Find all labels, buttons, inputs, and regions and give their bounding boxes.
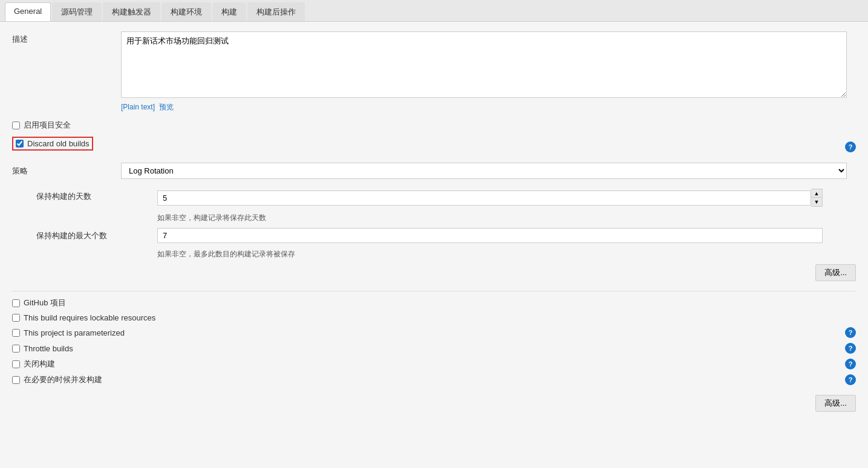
concurrent-build-help-icon[interactable]: ?	[845, 374, 856, 385]
enable-security-label: 启用项目安全	[24, 120, 71, 131]
tab-bar: General 源码管理 构建触发器 构建环境 构建 构建后操作	[0, 0, 868, 22]
advanced-button-2[interactable]: 高级...	[815, 395, 856, 412]
plain-text-link[interactable]: [Plain text]	[121, 103, 155, 111]
days-down-btn[interactable]: ▼	[811, 198, 822, 206]
description-row: 描述 [Plain text] 预览	[12, 31, 856, 112]
max-builds-hint: 如果非空，最多此数目的构建记录将被保存	[12, 249, 856, 259]
tab-build[interactable]: 构建	[212, 2, 246, 21]
advanced-btn-wrap-1: 高级...	[12, 264, 856, 281]
max-builds-row: 保持构建的最大个数	[12, 228, 856, 243]
discard-old-builds-label: Discard old builds	[27, 139, 90, 148]
throttle-help-icon[interactable]: ?	[845, 343, 856, 354]
github-project-row: GitHub 项目	[12, 297, 856, 308]
enable-security-row: 启用项目安全	[12, 120, 856, 131]
discard-old-builds-checkbox[interactable]	[16, 140, 24, 148]
days-row: 保持构建的天数 ▲ ▼	[12, 189, 856, 207]
days-hint: 如果非空，构建记录将保存此天数	[12, 213, 856, 223]
preview-link[interactable]: 预览	[159, 103, 174, 111]
max-builds-input[interactable]	[157, 228, 823, 243]
strategy-label: 策略	[12, 166, 121, 177]
advanced-btn-wrap-2: 高级...	[12, 395, 856, 412]
tab-post[interactable]: 构建后操作	[247, 2, 305, 21]
description-label: 描述	[12, 31, 121, 45]
disable-build-help-icon[interactable]: ?	[845, 359, 856, 369]
days-up-btn[interactable]: ▲	[811, 189, 822, 198]
parameterized-help-icon[interactable]: ?	[845, 327, 856, 338]
throttle-builds-row: Throttle builds ?	[12, 343, 856, 354]
concurrent-build-row: 在必要的时候并发构建 ?	[12, 374, 856, 385]
advanced-button-1[interactable]: 高级...	[815, 264, 856, 281]
parameterized-label: This project is parameterized	[24, 328, 125, 337]
days-input[interactable]	[157, 190, 811, 206]
main-content: 描述 [Plain text] 预览 启用项目安全 Discard old bu…	[0, 22, 868, 468]
disable-build-checkbox[interactable]	[12, 360, 20, 368]
discard-old-builds-section: Discard old builds	[12, 137, 93, 151]
days-spinner: ▲ ▼	[811, 189, 823, 207]
parameterized-checkbox[interactable]	[12, 329, 20, 337]
throttle-builds-checkbox[interactable]	[12, 345, 20, 353]
description-input[interactable]	[121, 31, 847, 98]
parameterized-row: This project is parameterized ?	[12, 327, 856, 338]
tab-trigger[interactable]: 构建触发器	[103, 2, 160, 21]
enable-security-checkbox[interactable]	[12, 122, 20, 129]
days-input-wrap: ▲ ▼	[157, 189, 856, 207]
concurrent-build-checkbox[interactable]	[12, 376, 20, 384]
github-project-checkbox[interactable]	[12, 299, 20, 307]
disable-build-label: 关闭构建	[24, 359, 55, 369]
plain-text-row: [Plain text] 预览	[121, 102, 856, 112]
max-builds-label: 保持构建的最大个数	[36, 228, 157, 241]
days-label: 保持构建的天数	[36, 189, 157, 202]
lockable-resources-row: This build requires lockable resources	[12, 313, 856, 322]
tab-general[interactable]: General	[5, 2, 51, 21]
disable-build-row: 关闭构建 ?	[12, 359, 856, 369]
description-control: [Plain text] 预览	[121, 31, 856, 112]
throttle-builds-label: Throttle builds	[24, 344, 73, 353]
max-builds-input-wrap	[157, 228, 856, 243]
concurrent-build-label: 在必要的时候并发构建	[24, 374, 102, 385]
github-project-label: GitHub 项目	[24, 297, 66, 308]
strategy-row: 策略 Log Rotation	[12, 163, 856, 179]
separator-1	[12, 291, 856, 291]
tab-env[interactable]: 构建环境	[162, 2, 211, 21]
strategy-select[interactable]: Log Rotation	[121, 163, 847, 179]
discard-help-icon[interactable]: ?	[845, 141, 856, 152]
lockable-resources-checkbox[interactable]	[12, 314, 20, 322]
tab-source[interactable]: 源码管理	[52, 2, 102, 21]
lockable-resources-label: This build requires lockable resources	[24, 313, 155, 322]
